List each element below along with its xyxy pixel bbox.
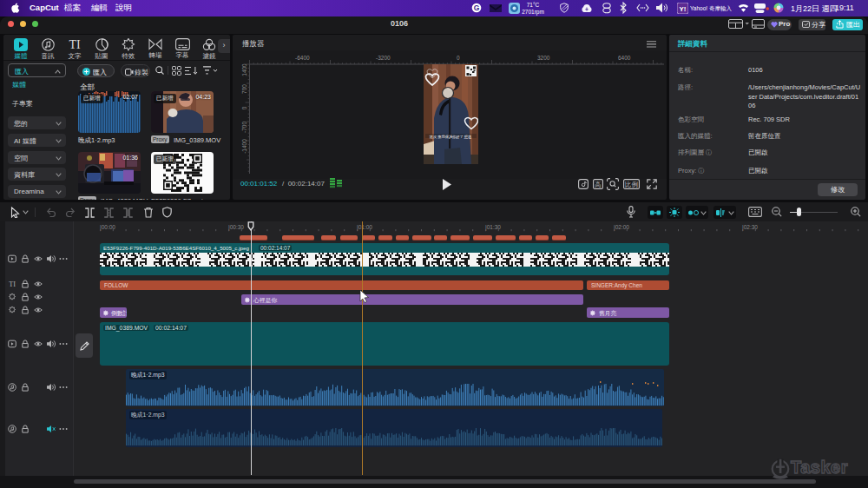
- svg-text:比例: 比例: [625, 181, 638, 188]
- svg-text:G: G: [474, 3, 480, 12]
- svg-text:高: 高: [595, 181, 602, 188]
- svg-text:TI: TI: [9, 280, 16, 288]
- svg-text:Y!: Y!: [680, 5, 687, 13]
